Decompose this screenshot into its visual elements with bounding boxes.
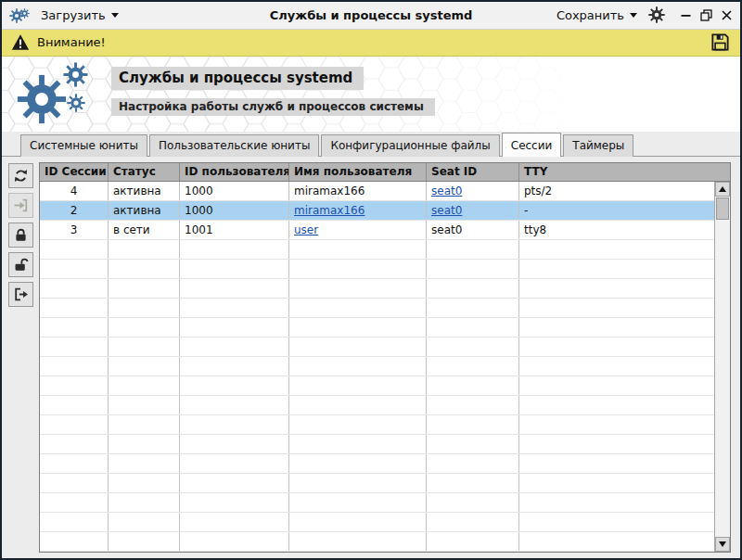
empty-row xyxy=(40,454,730,474)
table-cell xyxy=(109,279,180,298)
table-cell xyxy=(289,260,427,278)
table-cell: - xyxy=(519,201,730,220)
table-cell xyxy=(40,474,109,492)
table-cell xyxy=(40,337,109,356)
window-controls xyxy=(680,9,733,21)
empty-row xyxy=(40,260,730,279)
table-cell xyxy=(180,454,289,473)
table-cell xyxy=(519,318,730,337)
table-rows: 4активна1000miramax166seat0pts/22активна… xyxy=(40,182,730,552)
table-cell: miramax166 xyxy=(289,182,427,200)
table-cell xyxy=(109,513,180,531)
cell-link[interactable]: miramax166 xyxy=(294,204,365,217)
table-cell xyxy=(427,240,519,259)
table-cell: seat0 xyxy=(427,221,519,239)
table-cell xyxy=(180,279,289,298)
table-cell xyxy=(180,396,289,414)
table-cell xyxy=(427,279,519,298)
page-header: Службы и процессы systemd Настройка рабо… xyxy=(2,57,740,132)
empty-row xyxy=(40,279,730,299)
table-cell xyxy=(180,532,289,551)
app-gears-icon xyxy=(9,5,32,25)
table-cell xyxy=(519,493,730,512)
column-header[interactable]: Имя пользователя xyxy=(289,163,427,181)
table-header-row: ID СессииСтатусID пользователяИмя пользо… xyxy=(40,163,730,182)
warning-triangle-icon xyxy=(11,33,30,51)
table-cell xyxy=(519,376,730,395)
chevron-down-icon xyxy=(111,13,119,18)
triangle-down-icon xyxy=(719,541,726,547)
table-cell: seat0 xyxy=(427,201,519,220)
table-cell: 1000 xyxy=(180,182,289,200)
session-row[interactable]: 2активна1000miramax166seat0- xyxy=(40,201,730,221)
cell-link[interactable]: seat0 xyxy=(431,204,462,217)
table-cell xyxy=(519,435,730,453)
tab-system-units[interactable]: Системные юниты xyxy=(20,134,147,157)
column-header[interactable]: ID Сессии xyxy=(40,163,109,181)
tab-timers[interactable]: Таймеры xyxy=(563,134,633,157)
empty-row xyxy=(40,474,730,493)
settings-gear-icon[interactable] xyxy=(648,6,665,23)
floppy-save-icon[interactable] xyxy=(710,32,731,53)
lock-closed-button[interactable] xyxy=(8,223,33,248)
titlebar: Загрузить Службы и процессы systemd Сохр… xyxy=(2,2,740,30)
scroll-down-button[interactable] xyxy=(715,537,730,552)
table-cell xyxy=(427,318,519,337)
table-cell xyxy=(519,396,730,414)
scrollbar-track[interactable] xyxy=(715,221,730,537)
table-cell xyxy=(180,299,289,317)
vertical-scrollbar[interactable] xyxy=(714,182,730,552)
table-cell xyxy=(109,415,180,434)
logout-button[interactable] xyxy=(8,282,33,307)
titlebar-left: Загрузить xyxy=(9,5,190,25)
table-cell xyxy=(427,454,519,473)
tab-bar: Системные юнитыПользовательские юнитыКон… xyxy=(2,132,740,157)
table-cell xyxy=(427,532,519,551)
cell-link[interactable]: seat0 xyxy=(431,185,462,197)
main-content: ID СессииСтатусID пользователяИмя пользо… xyxy=(2,157,740,558)
tab-config-files[interactable]: Конфигурационные файлы xyxy=(321,134,499,157)
table-cell xyxy=(519,279,730,298)
table-cell xyxy=(180,415,289,434)
table-cell xyxy=(519,299,730,317)
titlebar-right: Сохранить xyxy=(552,6,733,23)
refresh-button[interactable] xyxy=(8,163,33,188)
table-cell xyxy=(40,318,109,337)
app-logo-gears-icon xyxy=(17,60,106,131)
table-cell xyxy=(109,396,180,414)
save-menu-button[interactable]: Сохранить xyxy=(556,8,637,22)
table-cell xyxy=(40,260,109,278)
session-row[interactable]: 3в сети1001userseat0tty8 xyxy=(40,221,730,240)
table-cell xyxy=(40,493,109,512)
warning-bar: Внимание! xyxy=(2,30,740,57)
table-cell xyxy=(289,454,427,473)
table-cell xyxy=(109,299,180,317)
table-cell xyxy=(289,337,427,356)
column-header[interactable]: Seat ID xyxy=(427,163,519,181)
maximize-button[interactable] xyxy=(700,9,712,21)
session-row[interactable]: 4активна1000miramax166seat0pts/2 xyxy=(40,182,730,201)
load-menu-button[interactable]: Загрузить xyxy=(41,8,119,22)
table-cell xyxy=(40,454,109,473)
table-cell xyxy=(109,337,180,356)
table-cell xyxy=(180,474,289,492)
tab-user-units[interactable]: Пользовательские юниты xyxy=(149,134,319,157)
minimize-button[interactable] xyxy=(680,9,692,21)
empty-row xyxy=(40,532,730,552)
table-cell xyxy=(289,474,427,492)
app-window: Загрузить Службы и процессы systemd Сохр… xyxy=(0,0,742,560)
scroll-up-button[interactable] xyxy=(715,182,730,197)
table-cell xyxy=(180,376,289,395)
close-button[interactable] xyxy=(721,9,733,21)
table-cell xyxy=(40,415,109,434)
column-header[interactable]: TTY xyxy=(519,163,730,181)
cell-link[interactable]: user xyxy=(294,223,318,236)
table-cell xyxy=(289,532,427,551)
column-header[interactable]: Статус xyxy=(109,163,180,181)
lock-open-button[interactable] xyxy=(8,252,33,277)
scrollbar-thumb[interactable] xyxy=(716,197,729,220)
table-cell xyxy=(519,415,730,434)
column-header[interactable]: ID пользователя xyxy=(180,163,289,181)
tab-sessions[interactable]: Сессии xyxy=(502,133,562,157)
table-cell xyxy=(519,474,730,492)
